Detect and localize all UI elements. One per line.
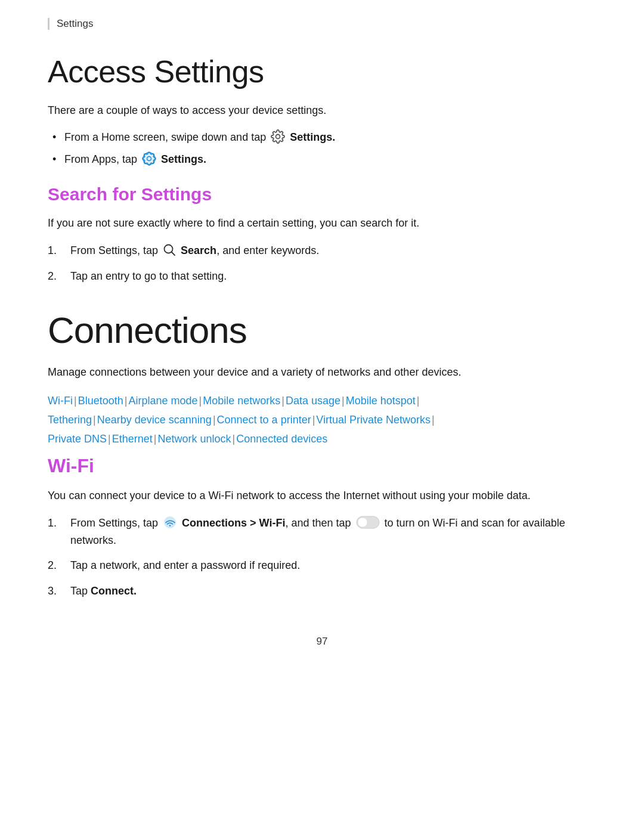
connections-bold: Connections > Wi-Fi	[182, 517, 285, 529]
link-bluetooth[interactable]: Bluetooth	[78, 395, 123, 407]
search-steps-list: From Settings, tap Search, and enter key…	[48, 242, 596, 285]
wifi-step-3: Tap Connect.	[48, 583, 596, 600]
link-connected-devices[interactable]: Connected devices	[236, 433, 327, 445]
svg-point-7	[169, 525, 171, 526]
breadcrumb: Settings	[48, 18, 596, 30]
access-bullets: From a Home screen, swipe down and tap S…	[48, 129, 596, 168]
access-settings-description: There are a couple of ways to access you…	[48, 103, 596, 119]
link-airplane[interactable]: Airplane mode	[128, 395, 197, 407]
gear-icon	[271, 129, 285, 144]
link-mobile-networks[interactable]: Mobile networks	[203, 395, 280, 407]
access-settings-title: Access Settings	[48, 54, 596, 89]
svg-line-5	[172, 252, 175, 256]
apps-settings-icon	[142, 151, 156, 166]
link-tethering[interactable]: Tethering	[48, 414, 92, 426]
wifi-step-1: From Settings, tap Connections > Wi-Fi, …	[48, 515, 596, 549]
page-number: 97	[48, 636, 596, 648]
link-nearby-device[interactable]: Nearby device scanning	[97, 414, 212, 426]
page-container: Settings Access Settings There are a cou…	[0, 0, 644, 833]
search-step-2: Tap an entry to go to that setting.	[48, 268, 596, 285]
link-data-usage[interactable]: Data usage	[286, 395, 340, 407]
search-bold: Search	[181, 244, 216, 256]
search-settings-title: Search for Settings	[48, 184, 596, 205]
wifi-title: Wi-Fi	[48, 455, 596, 477]
settings-label-1: Settings.	[290, 131, 335, 143]
search-settings-description: If you are not sure exactly where to fin…	[48, 215, 596, 231]
wifi-step-2: Tap a network, and enter a password if r…	[48, 557, 596, 574]
link-vpn[interactable]: Virtual Private Networks	[316, 414, 431, 426]
toggle-icon	[356, 516, 380, 529]
link-network-unlock[interactable]: Network unlock	[157, 433, 231, 445]
connections-links: Wi-Fi|Bluetooth|Airplane mode|Mobile net…	[48, 391, 596, 449]
search-icon	[163, 243, 176, 256]
settings-label-2: Settings.	[161, 153, 206, 165]
bullet-item-2: From Apps, tap Settings.	[48, 151, 596, 168]
link-private-dns[interactable]: Private DNS	[48, 433, 107, 445]
svg-point-9	[358, 518, 367, 527]
connect-bold: Connect.	[91, 585, 137, 597]
link-ethernet[interactable]: Ethernet	[112, 433, 153, 445]
link-connect-printer[interactable]: Connect to a printer	[217, 414, 311, 426]
link-mobile-hotspot[interactable]: Mobile hotspot	[346, 395, 416, 407]
wifi-description: You can connect your device to a Wi-Fi n…	[48, 488, 596, 504]
link-wifi[interactable]: Wi-Fi	[48, 395, 73, 407]
connections-wifi-icon	[163, 515, 177, 529]
bullet-item-1: From a Home screen, swipe down and tap S…	[48, 129, 596, 145]
wifi-steps-list: From Settings, tap Connections > Wi-Fi, …	[48, 515, 596, 600]
search-step-1: From Settings, tap Search, and enter key…	[48, 242, 596, 259]
connections-description: Manage connections between your device a…	[48, 364, 596, 380]
connections-title: Connections	[48, 309, 596, 351]
svg-point-0	[276, 135, 280, 139]
